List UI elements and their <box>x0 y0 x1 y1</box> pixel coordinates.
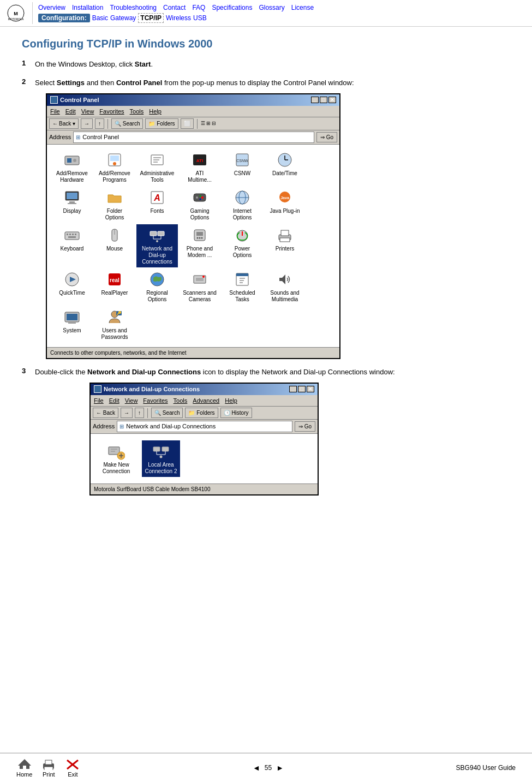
config-tab-basic[interactable]: Basic <box>92 14 108 22</box>
cp-icon-java[interactable]: Java Java Plug-in <box>264 187 306 223</box>
nav-glossary[interactable]: Glossary <box>259 4 284 11</box>
cp-icon-printers-label: Printers <box>276 246 294 252</box>
cp-icon-ati[interactable]: ATI ATIMultime... <box>179 149 220 186</box>
step-2-bold2: Control Panel <box>116 79 163 87</box>
net-folders-btn[interactable]: 📁 Folders <box>185 408 218 418</box>
cp-icon-display[interactable]: Display <box>51 187 93 223</box>
footer-exit[interactable]: Exit <box>65 758 80 778</box>
svg-point-29 <box>200 195 201 196</box>
footer: Home Print Exit ◄ 55 ► SBG940 User Guide <box>0 753 532 782</box>
net-menu-tools[interactable]: Tools <box>174 396 188 405</box>
config-tab-wireless[interactable]: Wireless <box>166 14 191 22</box>
cp-status-text: Connects to other computers, networks, a… <box>50 349 187 357</box>
cp-icon-keyboard[interactable]: Keyboard <box>51 224 93 267</box>
net-menu-favorites[interactable]: Favorites <box>143 396 168 405</box>
cp-title-icon <box>50 96 58 104</box>
nav-faq[interactable]: FAQ <box>192 4 205 11</box>
net-menu-advanced[interactable]: Advanced <box>193 396 219 405</box>
nav-installation[interactable]: Installation <box>72 4 103 11</box>
cp-icon-csnw[interactable]: CSNW CSNW <box>222 149 263 186</box>
nav-specifications[interactable]: Specifications <box>212 4 252 11</box>
nav-troubleshooting[interactable]: Troubleshooting <box>110 4 157 11</box>
svg-rect-37 <box>67 234 68 235</box>
cp-icon-sounds[interactable]: Sounds andMultimedia <box>264 268 306 305</box>
cp-maximize-btn[interactable]: □ <box>320 97 327 103</box>
cp-icon-mouse[interactable]: Mouse <box>94 224 135 267</box>
cp-icon-quicktime[interactable]: QuickTime <box>51 268 93 305</box>
net-history-btn[interactable]: 🕒 History <box>220 408 252 418</box>
net-address-input[interactable]: ⊞ Network and Dial-up Connections <box>117 421 292 432</box>
cp-menu-favorites[interactable]: Favorites <box>99 107 124 116</box>
cp-win-controls[interactable]: _ □ ✕ <box>311 97 336 103</box>
cp-menu-view[interactable]: View <box>81 107 94 116</box>
cp-folders-btn[interactable]: 📁 Folders <box>145 118 178 129</box>
cp-icon-fonts[interactable]: A Fonts <box>136 187 178 223</box>
cp-go-btn[interactable]: ⇒ Go <box>316 132 337 142</box>
cp-icon-regional[interactable]: RegionalOptions <box>136 268 178 305</box>
cp-menu-edit[interactable]: Edit <box>65 107 76 116</box>
nav-license[interactable]: License <box>291 4 314 11</box>
nav-overview[interactable]: Overview <box>38 4 65 11</box>
footer-print[interactable]: Print <box>41 758 56 778</box>
step-3-text-after: icon to display the Network and Dial-up … <box>201 368 395 376</box>
net-forward-btn[interactable]: → <box>121 408 133 418</box>
cp-icon-internet[interactable]: InternetOptions <box>222 187 263 223</box>
svg-rect-39 <box>72 234 74 235</box>
footer-home[interactable]: Home <box>16 758 32 778</box>
net-statusbar: Motorola SurfBoard USB Cable Modem SB410… <box>91 483 318 494</box>
cp-view-icon3: ⊟ <box>212 120 216 128</box>
cp-menu-file[interactable]: File <box>50 107 60 116</box>
cp-forward-btn[interactable]: → <box>81 118 93 129</box>
cp-address-input[interactable]: ⊞ Control Panel <box>73 132 314 143</box>
net-search-btn[interactable]: 🔍 Search <box>151 408 183 418</box>
nav-contact[interactable]: Contact <box>163 4 186 11</box>
cp-icon-printers[interactable]: Printers <box>264 224 306 267</box>
cp-icon-scanners[interactable]: Scanners andCameras <box>179 268 220 305</box>
footer-next-btn[interactable]: ► <box>276 763 284 772</box>
net-up-btn[interactable]: ↑ <box>135 408 144 418</box>
net-maximize-btn[interactable]: □ <box>298 386 306 392</box>
config-tab-gateway[interactable]: Gateway <box>110 14 136 22</box>
net-minimize-btn[interactable]: _ <box>289 386 297 392</box>
cp-icon-phone[interactable]: Phone andModem ... <box>179 224 220 267</box>
config-tab-tcpip[interactable]: TCP/IP <box>138 13 164 23</box>
cp-icon-add-remove-programs[interactable]: Add/RemovePrograms <box>94 149 135 186</box>
net-menu-edit[interactable]: Edit <box>109 396 119 405</box>
cp-icon-system[interactable]: System <box>51 306 93 343</box>
net-back-btn[interactable]: ← Back <box>93 408 118 418</box>
step-3-text-before: Double-click the <box>35 368 87 376</box>
svg-rect-26 <box>194 194 206 201</box>
step-1-bold: Start <box>135 60 151 68</box>
cp-icon-admin-tools[interactable]: AdministrativeTools <box>136 149 178 186</box>
net-icon-local-area[interactable]: Local AreaConnection 2 <box>142 440 180 477</box>
step-3-bold: Network and Dial-up Connections <box>87 368 201 376</box>
cp-search-btn[interactable]: 🔍 Search <box>111 118 143 129</box>
config-tab-usb[interactable]: USB <box>193 14 207 22</box>
cp-icon-folder-options[interactable]: FolderOptions <box>94 187 135 223</box>
net-go-btn[interactable]: ⇒ Go <box>295 421 315 432</box>
net-icon-make-new[interactable]: Make NewConnection <box>97 440 135 477</box>
cp-back-btn[interactable]: ← Back ▾ <box>49 118 79 129</box>
net-close-btn[interactable]: ✕ <box>307 386 314 392</box>
net-menu-help[interactable]: Help <box>225 396 237 405</box>
net-win-controls[interactable]: _ □ ✕ <box>289 386 314 392</box>
cp-icon-gaming[interactable]: GamingOptions <box>179 187 220 223</box>
cp-icon-gaming-img <box>191 189 208 206</box>
svg-rect-41 <box>68 236 76 238</box>
net-menu-view[interactable]: View <box>125 396 138 405</box>
footer-prev-btn[interactable]: ◄ <box>253 763 260 772</box>
cp-toolbar-icon1[interactable]: ⬜ <box>181 118 194 129</box>
cp-up-btn[interactable]: ↑ <box>95 118 104 129</box>
cp-menu-help[interactable]: Help <box>149 107 162 116</box>
cp-icon-users[interactable]: 🔑 Users andPasswords <box>94 306 135 343</box>
cp-menu-tools[interactable]: Tools <box>130 107 144 116</box>
cp-icon-power[interactable]: PowerOptions <box>222 224 263 267</box>
cp-icon-realplayer[interactable]: real RealPlayer <box>94 268 135 305</box>
cp-icon-scheduled[interactable]: ScheduledTasks <box>222 268 263 305</box>
net-menu-file[interactable]: File <box>94 396 104 405</box>
cp-icon-network[interactable]: Network andDial-upConnections <box>136 224 178 267</box>
cp-icon-add-remove-hardware[interactable]: Add/RemoveHardware <box>51 149 93 186</box>
cp-minimize-btn[interactable]: _ <box>311 97 319 103</box>
cp-close-btn[interactable]: ✕ <box>328 97 336 103</box>
cp-icon-datetime[interactable]: Date/Time <box>264 149 306 186</box>
